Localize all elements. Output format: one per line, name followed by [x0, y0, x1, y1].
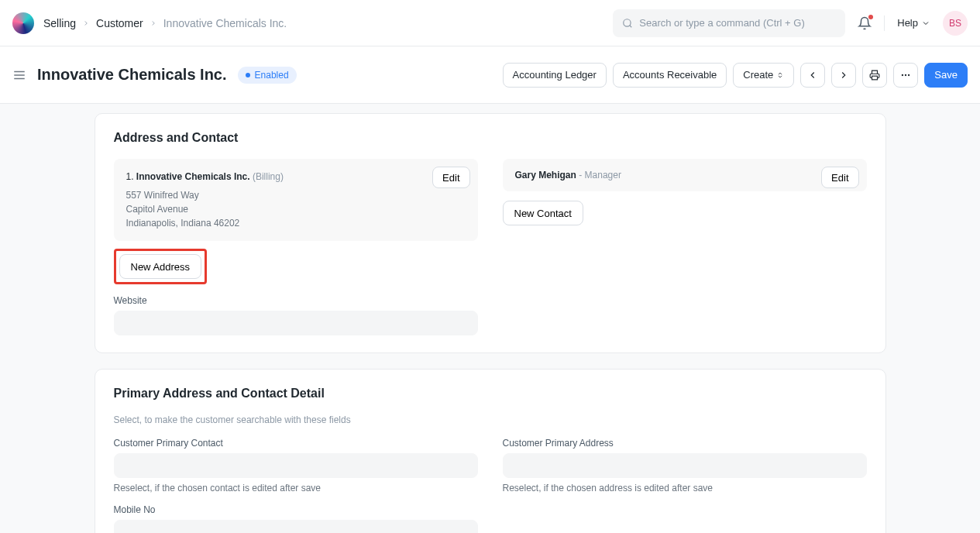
primary-address-help: Reselect, if the chosen address is edite… [503, 483, 867, 493]
primary-contact-help: Reselect, if the chosen contact is edite… [114, 483, 478, 493]
chevron-right-icon [150, 19, 157, 27]
help-menu[interactable]: Help [897, 17, 930, 29]
svg-point-6 [902, 74, 903, 75]
print-button[interactable] [862, 63, 887, 88]
app-logo[interactable] [12, 12, 34, 34]
section-subtext: Select, to make the customer searchable … [114, 414, 867, 425]
divider [884, 15, 885, 31]
breadcrumb: Selling Customer Innovative Chemicals In… [43, 17, 287, 29]
address-title: 1. Innovative Chemicals Inc. (Billing) [126, 170, 466, 184]
address-line-2: Capitol Avenue [126, 202, 466, 216]
chevron-right-icon [82, 19, 90, 27]
contact-role: - Manager [579, 170, 621, 181]
user-avatar[interactable]: BS [943, 11, 968, 36]
primary-grid: Customer Primary Contact Reselect, if th… [114, 438, 867, 533]
breadcrumb-selling[interactable]: Selling [43, 17, 76, 29]
svg-point-8 [908, 74, 910, 75]
prev-button[interactable] [800, 63, 825, 88]
select-icon [776, 70, 784, 81]
chevron-down-icon [921, 19, 930, 28]
save-button[interactable]: Save [924, 63, 968, 88]
accounting-ledger-button[interactable]: Accounting Ledger [503, 63, 607, 88]
primary-contact-label: Customer Primary Contact [114, 438, 478, 449]
section-heading: Address and Contact [114, 131, 867, 145]
primary-address-input[interactable] [503, 453, 867, 478]
mobile-label: Mobile No [114, 504, 478, 515]
address-company: Innovative Chemicals Inc. [136, 171, 250, 182]
sidebar-toggle[interactable] [12, 68, 26, 82]
new-address-button[interactable]: New Address [119, 254, 202, 279]
page-actions: Accounting Ledger Accounts Receivable Cr… [503, 63, 968, 88]
svg-line-1 [630, 25, 632, 27]
edit-address-button[interactable]: Edit [432, 167, 469, 188]
more-horizontal-icon [900, 70, 911, 81]
status-dot-icon [246, 73, 250, 77]
topbar: Selling Customer Innovative Chemicals In… [0, 0, 980, 46]
primary-contact-column: Customer Primary Contact Reselect, if th… [114, 438, 478, 533]
edit-contact-button[interactable]: Edit [821, 167, 858, 188]
address-column: 1. Innovative Chemicals Inc. (Billing) 5… [114, 159, 478, 335]
chevron-left-icon [807, 70, 818, 81]
mobile-input[interactable] [114, 520, 478, 533]
svg-point-7 [905, 74, 906, 75]
help-label: Help [897, 17, 918, 29]
create-label: Create [743, 69, 773, 81]
primary-address-column: Customer Primary Address Reselect, if th… [503, 438, 867, 533]
accounts-receivable-button[interactable]: Accounts Receivable [613, 63, 727, 88]
contact-name: Gary Mehigan [515, 170, 576, 181]
address-contact-grid: 1. Innovative Chemicals Inc. (Billing) 5… [114, 159, 867, 335]
chevron-right-icon [838, 70, 849, 81]
contact-card: Gary Mehigan - Manager Edit [503, 159, 867, 191]
address-card: 1. Innovative Chemicals Inc. (Billing) 5… [114, 159, 478, 241]
next-button[interactable] [831, 63, 856, 88]
breadcrumb-current: Innovative Chemicals Inc. [163, 17, 287, 29]
highlight-annotation: New Address [114, 249, 208, 284]
page-title: Innovative Chemicals Inc. [37, 66, 227, 84]
svg-point-0 [624, 19, 631, 26]
address-contact-section: Address and Contact 1. Innovative Chemic… [95, 113, 886, 353]
website-input[interactable] [114, 311, 478, 335]
primary-address-label: Customer Primary Address [503, 438, 867, 449]
address-type: (Billing) [253, 171, 284, 182]
address-line-1: 557 Winifred Way [126, 188, 466, 202]
printer-icon [869, 70, 880, 81]
page-header-left: Innovative Chemicals Inc. Enabled [12, 66, 297, 84]
global-search[interactable] [613, 9, 845, 37]
contact-column: Gary Mehigan - Manager Edit New Contact [503, 159, 867, 335]
primary-detail-section: Primary Address and Contact Detail Selec… [95, 369, 886, 533]
status-badge[interactable]: Enabled [238, 67, 297, 84]
new-contact-button[interactable]: New Contact [503, 201, 583, 225]
topbar-left: Selling Customer Innovative Chemicals In… [12, 12, 287, 34]
search-icon [622, 18, 633, 29]
section-heading: Primary Address and Contact Detail [114, 387, 867, 401]
notifications-button[interactable] [858, 16, 872, 30]
address-line-3: Indianapolis, Indiana 46202 [126, 216, 466, 230]
breadcrumb-customer[interactable]: Customer [96, 17, 143, 29]
create-button[interactable]: Create [733, 63, 794, 88]
more-button[interactable] [893, 63, 918, 88]
page-header: Innovative Chemicals Inc. Enabled Accoun… [0, 46, 980, 104]
notification-dot-icon [868, 15, 873, 19]
topbar-right: Help BS [613, 9, 968, 37]
website-label: Website [114, 295, 478, 306]
search-input[interactable] [639, 17, 836, 29]
content-area: Address and Contact 1. Innovative Chemic… [0, 104, 980, 533]
status-text: Enabled [255, 70, 289, 81]
svg-rect-5 [872, 76, 878, 80]
primary-contact-input[interactable] [114, 453, 478, 478]
address-index: 1. [126, 171, 134, 182]
